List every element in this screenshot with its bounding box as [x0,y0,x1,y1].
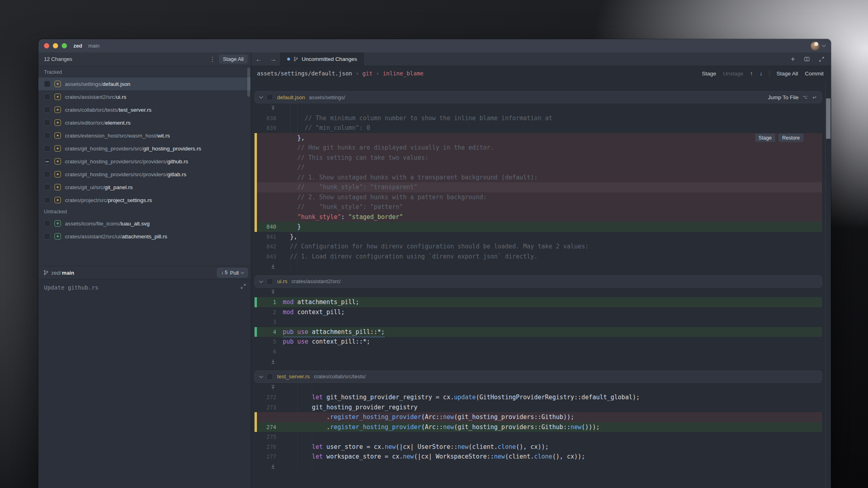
file-row[interactable]: crates/git_hosting_providers/src/git_hos… [38,142,251,155]
editor-scrollbar-track[interactable] [825,81,831,488]
diff-file-header[interactable]: ui.rscrates/assistant2/src/ [255,275,822,288]
breadcrumb-segment[interactable]: inline_blame [383,70,424,77]
file-row[interactable]: crates/git_hosting_providers/src/provide… [38,168,251,181]
diff-line[interactable]: 6 [255,347,822,357]
file-row[interactable]: crates/git_ui/src/git_panel.rs [38,181,251,194]
diff-line[interactable]: 274 .register_hosting_provider(Arc::new(… [255,422,822,432]
file-row[interactable]: crates/collab/src/tests/test_server.rs [38,103,251,116]
expand-up-button[interactable] [255,385,283,390]
file-checkbox[interactable] [44,119,50,126]
diff-file-header[interactable]: test_server.rscrates/collab/src/tests/ [255,371,822,383]
repo-name-label[interactable]: zed/ [51,270,61,276]
file-row[interactable]: crates/project/src/project_settings.rs [38,194,251,206]
diff-line[interactable]: 275 [255,432,822,442]
diff-line[interactable]: },StageRestore [255,133,822,143]
chevron-down-icon[interactable] [259,95,263,99]
file-checkbox[interactable] [44,158,50,165]
expand-up-button[interactable] [255,106,283,111]
file-checkbox[interactable] [44,220,50,227]
new-tab-button[interactable]: + [791,56,795,63]
diff-line[interactable]: // "hunk_style": "pattern" [255,202,822,212]
diff-line[interactable]: "hunk_style": "staged_border" [255,212,822,222]
diff-line[interactable]: 843 // 1. Load direnv configuration usin… [255,252,822,262]
file-checkbox[interactable] [44,184,50,190]
expand-commit-editor-icon[interactable] [240,284,246,291]
prev-hunk-button[interactable]: ↑ [750,71,753,77]
diff-line[interactable]: 5pub use context_pill::*; [255,337,822,347]
diff-line[interactable]: 3 [255,317,822,327]
file-row[interactable]: crates/git_hosting_providers/src/provide… [38,155,251,168]
file-row[interactable]: crates/editor/src/element.rs [38,116,251,129]
file-row[interactable]: +assets/icons/file_icons/luau_alt.svg [38,217,251,230]
file-row[interactable]: crates/extension_host/src/wasm_host/wit.… [38,129,251,142]
file-checkbox[interactable] [44,94,50,100]
hunk-stage-button[interactable]: Stage [755,133,776,142]
branch-name-label[interactable]: main [62,270,74,276]
tab-uncommitted-changes[interactable]: Uncommitted Changes [280,52,364,66]
diff-line[interactable]: 840 } [255,222,822,232]
diff-line[interactable]: // 2. Show unstaged hunks with a pattern… [255,192,822,202]
expand-down-button[interactable] [255,264,283,269]
file-checkbox[interactable] [267,278,273,285]
diff-line[interactable]: 841 }, [255,232,822,242]
diff-file-header[interactable]: default.jsonassets/settings/Jump To File [255,91,822,103]
expand-down-button[interactable] [255,464,283,469]
file-row[interactable]: assets/settings/default.json [38,77,251,90]
chevron-down-icon[interactable] [259,374,263,378]
diff-line[interactable]: // How git hunks are displayed visually … [255,143,822,153]
close-button[interactable] [44,43,49,48]
file-checkbox[interactable] [267,94,273,100]
sidebar-scrollbar[interactable] [247,68,250,97]
diff-line[interactable]: 1mod attachments_pill; [255,297,822,307]
file-checkbox[interactable] [44,145,50,152]
stage-button[interactable]: Stage [702,71,716,77]
next-hunk-button[interactable]: ↓ [760,71,762,77]
diff-editor[interactable]: default.jsonassets/settings/Jump To File… [251,81,825,488]
diff-line[interactable]: // "hunk_style": "transparent" [255,182,822,192]
hunk-restore-button[interactable]: Restore [778,133,803,142]
file-checkbox[interactable] [44,106,50,113]
diff-line[interactable]: // 1. Show unstaged hunks with a transpa… [255,173,822,183]
diff-line[interactable]: 273 git_hosting_provider_registry [255,402,822,413]
file-checkbox[interactable] [44,233,50,240]
navigate-back-button[interactable]: ← [251,52,266,66]
navigate-forward-button[interactable]: → [266,52,280,66]
diff-line[interactable]: 272 let git_hosting_provider_registry = … [255,392,822,402]
kebab-menu-icon[interactable]: ⋮ [209,56,217,63]
breadcrumb-segment[interactable]: git [362,70,372,77]
split-pane-icon[interactable] [804,56,810,62]
diff-line[interactable]: 842 // Configuration for how direnv conf… [255,242,822,252]
breadcrumb-segment[interactable]: assets/settings/default.json [257,70,352,77]
diff-line[interactable]: 838 // The minimum column number to show… [255,113,822,123]
diff-line[interactable]: // This setting can take two values: [255,153,822,163]
unstage-button[interactable]: Unstage [723,71,743,77]
diff-line[interactable]: 839 // "min_column": 0 [255,123,822,133]
file-checkbox[interactable] [267,373,273,380]
user-avatar[interactable] [811,42,820,50]
expand-up-button[interactable] [255,290,283,295]
breadcrumb[interactable]: assets/settings/default.json › git › inl… [257,70,424,77]
diff-line[interactable]: 277 let workspace_store = cx.new(|cx| Wo… [255,452,822,462]
commit-message-editor[interactable]: Update github.rs [38,279,251,488]
file-checkbox[interactable] [44,81,50,87]
expand-pane-icon[interactable] [819,56,824,62]
diff-line[interactable]: 4pub use attachments_pill::*; [255,327,822,337]
stage-all-button-sidebar[interactable]: Stage All [219,54,248,64]
stage-all-button[interactable]: Stage All [776,71,798,77]
jump-to-file-button[interactable]: Jump To File [768,94,817,100]
minimize-button[interactable] [53,43,58,48]
zoom-button[interactable] [62,43,67,48]
file-checkbox[interactable] [44,171,50,177]
diff-line[interactable]: .register_hosting_provider(Arc::new(git_… [255,412,822,422]
diff-line[interactable]: // [255,163,822,173]
expand-down-button[interactable] [255,359,283,364]
chevron-down-icon[interactable] [822,43,826,47]
file-row[interactable]: crates/assistant2/src/ui.rs [38,90,251,103]
pull-button[interactable]: ↓ 5 Pull [217,268,248,277]
editor-scrollbar-thumb[interactable] [826,98,830,139]
file-checkbox[interactable] [44,197,50,203]
window-titlebar[interactable]: zed main [38,39,831,52]
diff-line[interactable]: 276 let user_store = cx.new(|cx| UserSto… [255,442,822,452]
file-row[interactable]: +crates/assistant2/src/ui/attachments_pi… [38,230,251,243]
diff-line[interactable]: 2mod context_pill; [255,307,822,317]
